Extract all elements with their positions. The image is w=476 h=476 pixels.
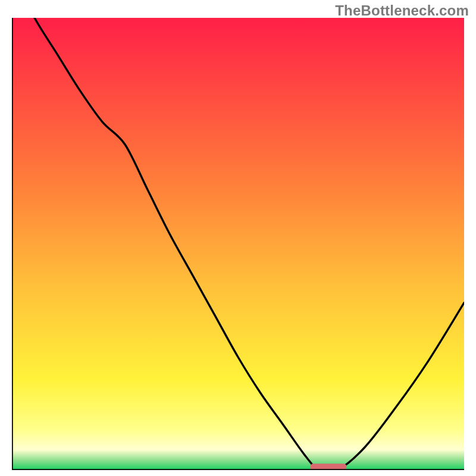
chart-container: TheBottleneck.com [0, 0, 476, 476]
plot-svg [12, 18, 464, 470]
gradient-background [12, 18, 464, 470]
watermark-text: TheBottleneck.com [335, 2, 469, 19]
